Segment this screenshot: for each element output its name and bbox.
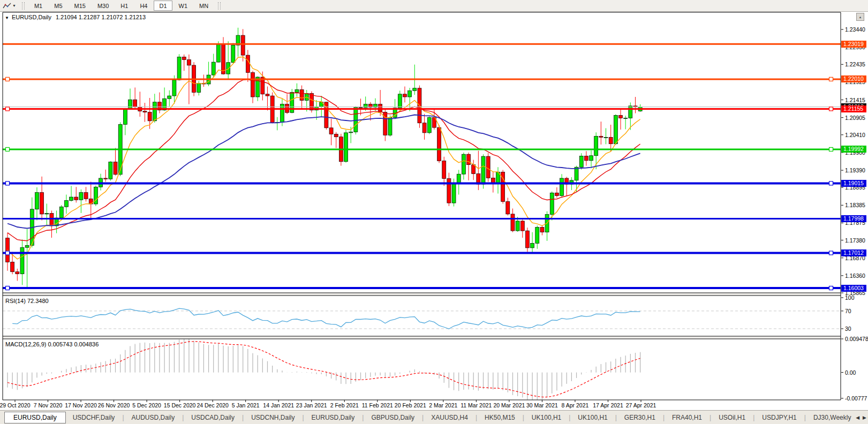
price-tag-1.16003: 1.16003 xyxy=(841,285,866,292)
candle xyxy=(123,108,127,135)
candle xyxy=(329,119,333,145)
tab-usdcad-daily[interactable]: USDCAD,Daily xyxy=(184,412,241,423)
candle xyxy=(300,86,304,109)
candle xyxy=(560,174,564,198)
line-handle[interactable] xyxy=(829,107,833,111)
candle xyxy=(295,84,299,97)
panel-splitter[interactable] xyxy=(3,337,841,338)
tab-separator: | xyxy=(753,414,754,421)
price-tag-1.21155: 1.21155 xyxy=(841,105,866,112)
tab-separator: | xyxy=(182,414,184,421)
candle xyxy=(227,41,230,79)
candle xyxy=(84,187,88,201)
line-handle[interactable] xyxy=(829,77,833,81)
date-tick-label: 5 Jan 2021 xyxy=(232,402,260,408)
line-handle[interactable] xyxy=(829,181,833,185)
line-handle[interactable] xyxy=(829,147,833,151)
candle xyxy=(202,74,206,87)
tab-separator: | xyxy=(615,414,617,421)
tab-usdjpy-h1[interactable]: USDJPY,H1 xyxy=(755,412,803,423)
candle xyxy=(472,160,475,180)
line-handle[interactable] xyxy=(6,181,10,185)
candle xyxy=(212,54,215,78)
candle xyxy=(467,153,471,180)
date-tick-label: 8 Apr 2021 xyxy=(562,402,589,408)
candle xyxy=(531,232,534,254)
tab-scroll-left-icon[interactable]: ◀ xyxy=(856,415,859,420)
candle xyxy=(545,211,549,241)
timeframe-mn[interactable]: MN xyxy=(194,1,214,11)
timeframe-d1[interactable]: D1 xyxy=(154,1,172,11)
timeframe-m15[interactable]: M15 xyxy=(69,1,91,11)
date-tick-label: 20 Feb 2021 xyxy=(395,402,426,408)
chart-tools-icon[interactable] xyxy=(2,2,12,10)
tab-uk100-h1[interactable]: UK100,H1 xyxy=(571,412,614,423)
candle xyxy=(535,225,539,249)
chart-tabs-bar: EURUSD,DailyUSDCHF,Daily|AUDUSD,Daily|US… xyxy=(0,410,868,424)
tab-audusd-daily[interactable]: AUDUSD,Daily xyxy=(125,412,182,423)
panel-splitter[interactable] xyxy=(3,293,841,295)
candle xyxy=(222,37,225,74)
candle xyxy=(590,150,593,168)
candle xyxy=(540,225,544,236)
date-tick-label: 11 Mar 2021 xyxy=(461,402,492,408)
tab-usoil-h1[interactable]: USOil,H1 xyxy=(712,412,752,423)
candle xyxy=(177,54,181,80)
line-handle[interactable] xyxy=(6,286,10,290)
candle xyxy=(79,190,83,213)
date-tick-label: 11 Feb 2021 xyxy=(362,402,393,408)
candle xyxy=(619,108,623,130)
chart-tools-caret-icon[interactable]: ▼ xyxy=(12,4,16,7)
tab-separator: | xyxy=(122,414,124,421)
candles xyxy=(6,28,643,287)
timeframe-m5[interactable]: M5 xyxy=(49,1,67,11)
line-handle[interactable] xyxy=(829,251,833,255)
price-tick-label: 1.20410 xyxy=(845,132,865,138)
line-handle[interactable] xyxy=(6,107,10,111)
date-tick-label: 14 Jan 2021 xyxy=(263,402,294,408)
line-handle[interactable] xyxy=(6,251,10,255)
ma-slow-line xyxy=(7,115,640,229)
tab-ger30-h1[interactable]: GER30,H1 xyxy=(617,412,662,423)
price-tick-label: 1.18385 xyxy=(845,202,865,208)
price-tag-1.23019: 1.23019 xyxy=(841,41,866,48)
candle xyxy=(35,187,39,221)
tab-separator: | xyxy=(475,414,477,421)
scroll-up-button[interactable]: ▲ xyxy=(856,13,864,21)
tab-separator: | xyxy=(422,414,424,421)
candle xyxy=(148,98,152,129)
candle xyxy=(59,205,63,219)
tab-gbpusd-daily[interactable]: GBPUSD,Daily xyxy=(364,412,421,423)
tab-usdcnh-daily[interactable]: USDCNH,Daily xyxy=(244,412,301,423)
candle xyxy=(447,173,451,206)
line-handle[interactable] xyxy=(6,77,10,81)
timeframe-m30[interactable]: M30 xyxy=(92,1,114,11)
line-handle[interactable] xyxy=(829,286,833,290)
candle xyxy=(114,148,117,175)
candle xyxy=(496,167,500,193)
rsi-tick-label: 30 xyxy=(845,325,851,332)
symbol-menu-caret-icon[interactable]: ▼ xyxy=(5,16,9,20)
tab-fra40-h1[interactable]: FRA40,H1 xyxy=(665,412,709,423)
timeframe-h1[interactable]: H1 xyxy=(115,1,133,11)
tab-xauusd-h4[interactable]: XAUUSD,H4 xyxy=(424,412,475,423)
candle xyxy=(163,87,167,111)
timeframe-w1[interactable]: W1 xyxy=(173,1,193,11)
tab-scroll-right-icon[interactable]: ▶ xyxy=(863,415,866,420)
tab-dj30-weekly[interactable]: DJ30,Weekly xyxy=(806,412,858,423)
tab-hk50-m15[interactable]: HK50,M15 xyxy=(478,412,522,423)
candle xyxy=(594,132,598,169)
tab-eurusd-daily[interactable]: EURUSD,Daily xyxy=(4,412,66,423)
timeframe-h4[interactable]: H4 xyxy=(134,1,153,11)
candle xyxy=(511,208,515,232)
price-tag-1.22010: 1.22010 xyxy=(841,75,866,82)
candle xyxy=(427,116,431,134)
tab-uk100-h1[interactable]: UK100,H1 xyxy=(525,412,568,423)
line-handle[interactable] xyxy=(6,147,10,151)
tab-usdchf-daily[interactable]: USDCHF,Daily xyxy=(66,412,122,423)
candle xyxy=(55,210,58,233)
candle xyxy=(74,187,78,202)
tab-eurusd-daily[interactable]: EURUSD,Daily xyxy=(305,412,362,423)
timeframe-m1[interactable]: M1 xyxy=(29,1,48,11)
date-tick-label: 20 Mar 2021 xyxy=(493,402,525,408)
